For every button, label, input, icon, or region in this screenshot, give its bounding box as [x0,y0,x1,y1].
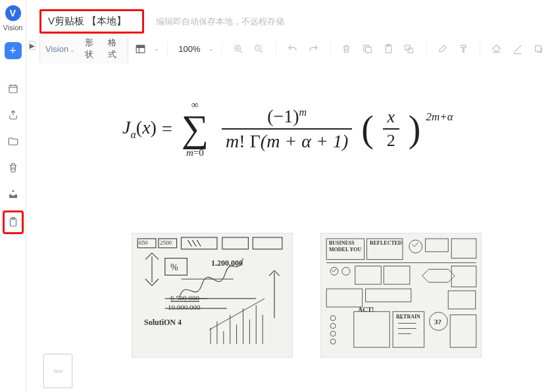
line-icon[interactable] [509,39,526,58]
svg-rect-8 [366,47,372,53]
svg-rect-0 [9,86,17,93]
svg-rect-32 [448,291,476,309]
svg-rect-36 [450,315,476,347]
app-logo[interactable]: V [5,5,21,21]
add-button[interactable]: + [5,42,22,59]
svg-rect-27 [355,266,382,284]
svg-rect-18 [253,237,282,249]
zoom-in-icon[interactable] [230,39,247,58]
clipboard-icon[interactable] [3,210,24,234]
folder-icon[interactable] [5,133,22,150]
vision-menu[interactable]: Vision⌄ [45,44,75,54]
sidebar-collapse-handle[interactable]: ▶ [29,41,36,50]
brush-icon[interactable] [434,39,451,58]
zoom-display[interactable]: 100% [176,44,203,54]
svg-point-39 [330,331,336,336]
delete-icon[interactable] [338,39,355,58]
svg-rect-31 [366,289,411,302]
svg-point-40 [330,339,336,344]
share-icon[interactable] [5,107,22,124]
svg-rect-24 [451,239,476,258]
shape-menu[interactable]: 形状 [85,37,99,61]
zoom-out-icon[interactable] [251,39,268,58]
save-hint: 编辑即自动保存本地，不远程存储 [156,16,284,28]
fill-icon[interactable] [488,39,505,58]
page-thumbnail[interactable]: Text [43,354,72,388]
svg-rect-5 [136,45,145,47]
zoom-caret-icon[interactable]: ⌄ [209,45,214,52]
svg-rect-13 [535,45,541,51]
svg-rect-29 [451,266,476,287]
shadow-icon[interactable] [530,39,547,58]
duplicate-icon[interactable] [401,39,418,58]
svg-point-22 [409,240,422,253]
undo-icon[interactable] [284,39,301,58]
svg-rect-33 [354,312,389,347]
format-painter-icon[interactable] [455,39,472,58]
math-formula[interactable]: Jα(x) = ∞ ∑ m=0 (−1)m m! Γ(m + α + 1) ( … [122,100,453,158]
library-icon[interactable] [5,185,22,203]
calendar-icon[interactable] [5,80,22,97]
canvas-area: Text Jα(x) = ∞ ∑ m=0 (−1)m m! Γ(m + α + … [39,63,552,392]
trash-icon[interactable] [5,159,22,176]
toolbar-group-main: Vision⌄ 形状 格式 [39,34,128,64]
redo-icon[interactable] [305,39,322,58]
svg-rect-28 [384,266,410,284]
svg-point-37 [330,316,336,321]
svg-rect-23 [426,239,449,252]
svg-point-38 [330,324,336,329]
svg-rect-30 [326,289,362,307]
layout-caret-icon[interactable]: ⌄ [154,45,159,52]
copy-icon[interactable] [359,39,376,58]
svg-point-1 [12,190,14,192]
layout-icon[interactable] [132,39,149,58]
topbar: ▶ V剪贴板 【本地】 编辑即自动保存本地，不远程存储 Vision⌄ 形状 格… [26,0,552,63]
svg-rect-17 [222,237,249,249]
svg-point-26 [342,267,350,275]
svg-rect-11 [405,45,410,49]
sketch-image-left[interactable]: 650 2500 % 1.200.000 6.500.000 10.000.00… [132,233,293,358]
app-logo-label: Vision [3,24,23,32]
toolbar: Vision⌄ 形状 格式 ⌄ 100% ⌄ [39,37,547,61]
format-menu[interactable]: 格式 [108,37,122,61]
document-title[interactable]: V剪贴板 【本地】 [39,9,144,34]
sketch-image-right[interactable]: BUSINESS MODEL YOU REFLECTED ACT! RETRAI… [320,233,482,358]
canvas-content[interactable]: Jα(x) = ∞ ∑ m=0 (−1)m m! Γ(m + α + 1) ( … [79,63,552,392]
svg-rect-12 [409,48,413,53]
paste-icon[interactable] [380,39,397,58]
left-rail: V Vision + [0,0,26,392]
